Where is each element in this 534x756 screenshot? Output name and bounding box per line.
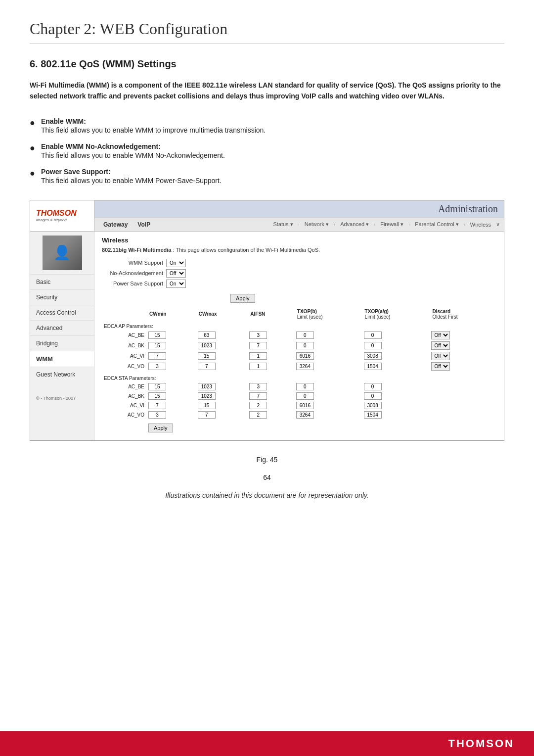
edca-ap-bk-aifsn-input[interactable] [249,342,267,349]
edca-ap-bk-txopag-input[interactable] [364,342,382,349]
edca-ap-vi-cwmin-input[interactable] [148,352,166,360]
edca-ap-label: EDCA AP Parameters: [102,321,496,330]
router-header: THOMSON images & beyond Administration G… [30,200,504,232]
edca-ap-be-txopb [294,330,362,340]
breadcrumb-desc: This page allows configuration of the Wi… [176,247,320,253]
edca-ap-bk-txopb-input[interactable] [296,342,314,349]
nav-gateway[interactable]: Gateway [98,218,133,231]
edca-ap-vi-cwmax-input[interactable] [198,352,216,360]
apply-button-1[interactable]: Apply [230,294,255,303]
chapter-title: Chapter 2: WEB Configuration [30,20,504,44]
edca-ap-vi-txopb-input[interactable] [296,352,314,360]
no-ack-select[interactable]: Off On [166,269,186,278]
edca-ap-be-aifsn-input[interactable] [249,331,267,339]
bullet-title-3: Power Save Support: [41,168,111,176]
edca-ap-vi-txopag-input[interactable] [364,352,382,360]
edca-sta-be-txopb-input[interactable] [296,383,314,390]
edca-ap-bk-cwmin-input[interactable] [148,342,166,349]
edca-sta-vi-aifsn-input[interactable] [249,402,267,409]
edca-sta-be-txopag-input[interactable] [364,383,382,390]
edca-sta-be-cwmin-input[interactable] [148,383,166,390]
footer-note: Illustrations contained in this document… [30,491,504,499]
nav-wireless[interactable]: Wireless [470,222,491,228]
edca-sta-bk-txopb-input[interactable] [296,392,314,400]
edca-ap-be-discard-select[interactable]: OffOn [431,331,450,339]
nav-network[interactable]: Network ▾ [305,221,329,228]
edca-sta-bk-cwmax-input[interactable] [198,392,216,400]
edca-ap-vo-discard-select[interactable]: OffOn [431,362,450,371]
edca-sta-be-cwmax-input[interactable] [198,383,216,390]
apply-button-2[interactable]: Apply [148,424,173,432]
edca-sta-bk-aifsn-input[interactable] [249,392,267,400]
nav-voip[interactable]: VoIP [133,218,155,231]
bullet-desc-3: This field allows you to enable WMM Powe… [41,177,222,185]
main-content: Wireless 802.11b/g Wi-Fi Multimedia : Th… [94,232,504,440]
sidebar-item-bridging[interactable]: Bridging [30,335,94,351]
apply-btn-cell: Apply [146,420,247,433]
power-save-row: Power Save Support On Off [102,280,496,288]
nav-dropdown-icon[interactable]: ∨ [496,221,500,228]
wmm-support-select[interactable]: On Off [166,259,186,267]
edca-sta-vi-txopb-input[interactable] [296,402,314,409]
edca-sta-vo-txopag-input[interactable] [364,411,382,419]
nav-status[interactable]: Status ▾ [273,221,293,228]
nav-firewall[interactable]: Firewall ▾ [380,221,403,228]
edca-ap-vi-discard-select[interactable]: OffOn [431,352,450,360]
edca-ap-vo-name: AC_VO [102,361,146,372]
edca-sta-vo-cwmax-input[interactable] [198,411,216,419]
sidebar-item-advanced[interactable]: Advanced [30,320,94,335]
sidebar-item-access-control[interactable]: Access Control [30,305,94,320]
sidebar-item-wmm[interactable]: WMM [30,351,94,367]
power-save-select[interactable]: On Off [166,280,186,288]
edca-ap-be-txopag-input[interactable] [364,331,382,339]
edca-ap-be-cwmin [146,330,196,340]
edca-ap-bk-discard-select[interactable]: OffOn [431,341,450,350]
fig-caption: Fig. 45 [30,456,504,464]
bullet-title-2: Enable WMM No-Acknowledgement: [41,142,161,150]
edca-ap-col-cwmax: CWmax [196,308,248,321]
edca-ap-be-cwmin-input[interactable] [148,331,166,339]
edca-ap-vo-txopb-input[interactable] [296,363,314,370]
avatar-image: 👤 [43,236,82,270]
edca-sta-vo-cwmin-input[interactable] [148,411,166,419]
breadcrumb-line: 802.11b/g Wi-Fi Multimedia : This page a… [102,247,496,253]
edca-sta-bk-cwmin-input[interactable] [148,392,166,400]
edca-ap-be-txopb-input[interactable] [296,331,314,339]
edca-sta-vo-aifsn-input[interactable] [249,411,267,419]
edca-ap-bk-cwmax-input[interactable] [198,342,216,349]
nav-sep-2: · [334,222,335,228]
edca-sta-vi-name: AC_VI [102,401,146,410]
bullet-enable-wmm-noack: ● Enable WMM No-Acknowledgement: This fi… [30,142,504,160]
edca-ap-vo-cwmax-input[interactable] [198,363,216,370]
edca-ap-be-name: AC_BE [102,330,146,340]
sidebar-item-guest-network[interactable]: Guest Network [30,367,94,382]
edca-sta-bk-txopag-input[interactable] [364,392,382,400]
edca-ap-vo-aifsn-input[interactable] [249,363,267,370]
no-ack-label: No-Acknowledgement [102,270,166,276]
edca-ap-vo-cwmin-input[interactable] [148,363,166,370]
sidebar-item-security[interactable]: Security [30,289,94,305]
edca-ap-vi-aifsn-input[interactable] [249,352,267,360]
bullet-desc-2: This field allows you to enable WMM No-A… [41,151,225,159]
edca-ap-be-cwmax-input[interactable] [198,331,216,339]
footer-brand: THOMSON [448,737,514,750]
edca-sta-vi-txopag-input[interactable] [364,402,382,409]
bullet-enable-wmm: ● Enable WMM: This field allows you to e… [30,117,504,135]
sidebar: 👤 Basic Security Access Control Advanced… [30,232,94,440]
nav-sep-3: · [374,222,375,228]
edca-ap-be-aifsn [247,330,294,340]
edca-ap-vo-txopag-input[interactable] [364,363,382,370]
edca-ap-bk-name: AC_BK [102,340,146,351]
edca-ap-table: CWmin CWmax AIFSN TXOP(b)Limit (usec) TX… [102,308,496,433]
edca-sta-vi-cwmin-input[interactable] [148,402,166,409]
nav-sep-5: · [464,222,465,228]
bullet-desc-1: This field allows you to enable WMM to i… [41,126,266,134]
sidebar-item-basic[interactable]: Basic [30,274,94,289]
section-title: 6. 802.11e QoS (WMM) Settings [30,58,504,70]
edca-sta-vo-txopb-input[interactable] [296,411,314,419]
edca-sta-vi-cwmax-input[interactable] [198,402,216,409]
router-body: 👤 Basic Security Access Control Advanced… [30,232,504,440]
edca-sta-be-aifsn-input[interactable] [249,383,267,390]
nav-parental-control[interactable]: Parental Control ▾ [415,221,459,228]
nav-advanced[interactable]: Advanced ▾ [340,221,369,228]
